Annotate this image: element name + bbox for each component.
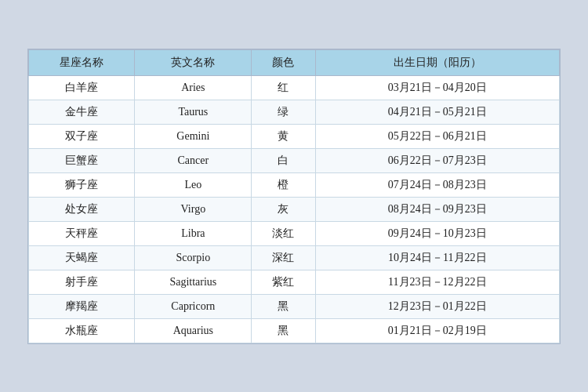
cell-date: 08月24日－09月23日: [315, 197, 559, 221]
table-row: 双子座Gemini黄05月22日－06月21日: [29, 124, 560, 148]
cell-chinese: 天蝎座: [29, 245, 135, 270]
cell-english: Cancer: [135, 148, 252, 172]
cell-date: 12月23日－01月22日: [315, 294, 559, 318]
cell-color: 淡红: [252, 221, 315, 245]
cell-date: 10月24日－11月22日: [315, 245, 559, 270]
table-row: 射手座Sagittarius紫红11月23日－12月22日: [29, 270, 560, 294]
cell-english: Aquarius: [135, 318, 252, 343]
cell-date: 05月22日－06月21日: [315, 124, 559, 148]
cell-color: 白: [252, 148, 315, 172]
table-row: 金牛座Taurus绿04月21日－05月21日: [29, 100, 560, 124]
table-row: 水瓶座Aquarius黑01月21日－02月19日: [29, 318, 560, 343]
cell-english: Leo: [135, 172, 252, 197]
zodiac-table: 星座名称 英文名称 颜色 出生日期（阳历） 白羊座Aries红03月21日－04…: [28, 49, 560, 343]
cell-date: 03月21日－04月20日: [315, 75, 559, 100]
cell-chinese: 天秤座: [29, 221, 135, 245]
table-body: 白羊座Aries红03月21日－04月20日金牛座Taurus绿04月21日－0…: [29, 75, 560, 343]
cell-date: 11月23日－12月22日: [315, 270, 559, 294]
cell-date: 01月21日－02月19日: [315, 318, 559, 343]
cell-color: 红: [252, 75, 315, 100]
cell-english: Scorpio: [135, 245, 252, 270]
cell-chinese: 白羊座: [29, 75, 135, 100]
header-english-name: 英文名称: [135, 49, 252, 75]
cell-chinese: 射手座: [29, 270, 135, 294]
cell-english: Gemini: [135, 124, 252, 148]
table-row: 天蝎座Scorpio深红10月24日－11月22日: [29, 245, 560, 270]
table-row: 摩羯座Capricorn黑12月23日－01月22日: [29, 294, 560, 318]
cell-chinese: 摩羯座: [29, 294, 135, 318]
table-row: 白羊座Aries红03月21日－04月20日: [29, 75, 560, 100]
cell-color: 黑: [252, 318, 315, 343]
cell-date: 07月24日－08月23日: [315, 172, 559, 197]
cell-english: Virgo: [135, 197, 252, 221]
cell-chinese: 狮子座: [29, 172, 135, 197]
cell-chinese: 巨蟹座: [29, 148, 135, 172]
table-row: 天秤座Libra淡红09月24日－10月23日: [29, 221, 560, 245]
cell-color: 灰: [252, 197, 315, 221]
cell-color: 黑: [252, 294, 315, 318]
header-color: 颜色: [252, 49, 315, 75]
cell-chinese: 水瓶座: [29, 318, 135, 343]
header-date: 出生日期（阳历）: [315, 49, 559, 75]
cell-color: 橙: [252, 172, 315, 197]
cell-english: Aries: [135, 75, 252, 100]
cell-english: Capricorn: [135, 294, 252, 318]
cell-color: 黄: [252, 124, 315, 148]
cell-english: Taurus: [135, 100, 252, 124]
cell-chinese: 双子座: [29, 124, 135, 148]
cell-chinese: 处女座: [29, 197, 135, 221]
cell-date: 09月24日－10月23日: [315, 221, 559, 245]
cell-chinese: 金牛座: [29, 100, 135, 124]
table-header-row: 星座名称 英文名称 颜色 出生日期（阳历）: [29, 49, 560, 75]
table-row: 巨蟹座Cancer白06月22日－07月23日: [29, 148, 560, 172]
cell-date: 06月22日－07月23日: [315, 148, 559, 172]
cell-english: Libra: [135, 221, 252, 245]
table-row: 处女座Virgo灰08月24日－09月23日: [29, 197, 560, 221]
cell-color: 深红: [252, 245, 315, 270]
cell-color: 紫红: [252, 270, 315, 294]
zodiac-table-container: 星座名称 英文名称 颜色 出生日期（阳历） 白羊座Aries红03月21日－04…: [27, 49, 561, 344]
cell-english: Sagittarius: [135, 270, 252, 294]
table-row: 狮子座Leo橙07月24日－08月23日: [29, 172, 560, 197]
cell-color: 绿: [252, 100, 315, 124]
header-chinese-name: 星座名称: [29, 49, 135, 75]
cell-date: 04月21日－05月21日: [315, 100, 559, 124]
